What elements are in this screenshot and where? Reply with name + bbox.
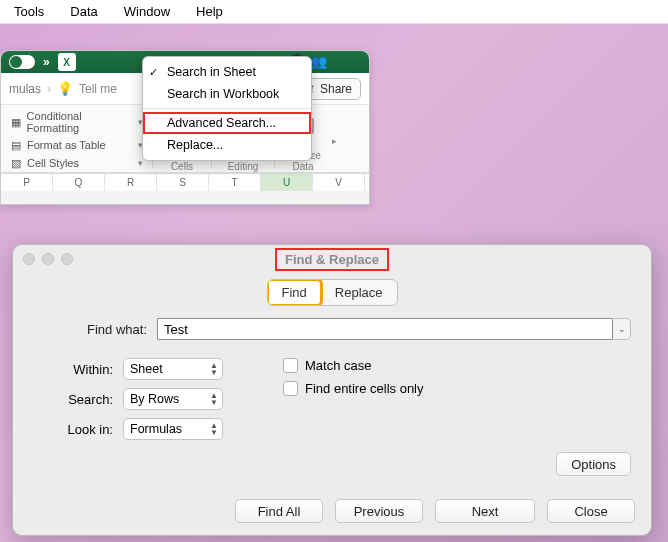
traffic-max[interactable] <box>61 253 73 265</box>
tab-find[interactable]: Find <box>268 280 321 305</box>
next-button[interactable]: Next <box>435 499 535 523</box>
search-label: Search: <box>33 392 113 407</box>
dialog-title: Find & Replace <box>275 248 389 271</box>
lookin-label: Look in: <box>33 422 113 437</box>
within-select[interactable]: Sheet▲▼ <box>123 358 223 380</box>
ribbon-group-editing: Editing <box>228 161 259 172</box>
ribbon-scroll-right-icon[interactable]: ▸ <box>328 109 340 172</box>
traffic-close[interactable] <box>23 253 35 265</box>
menu-separator <box>143 108 311 109</box>
col-header[interactable]: R <box>105 174 157 191</box>
cell-styles-button[interactable]: ▧Cell Styles▾ <box>7 155 145 171</box>
autosave-toggle[interactable] <box>9 55 35 69</box>
select-stepper-icon: ▲▼ <box>210 392 218 406</box>
menu-tools[interactable]: Tools <box>14 4 44 19</box>
col-header[interactable]: Q <box>53 174 105 191</box>
conditional-formatting-button[interactable]: ▦Conditional Formatting▾ <box>7 109 145 135</box>
within-label: Within: <box>33 362 113 377</box>
find-all-button[interactable]: Find All <box>235 499 323 523</box>
search-dropdown-menu: ✓Search in Sheet Search in Workbook Adva… <box>142 56 312 161</box>
format-as-table-button[interactable]: ▤Format as Table▾ <box>7 137 145 153</box>
dialog-titlebar: Find & Replace <box>13 245 651 273</box>
menu-search-in-workbook[interactable]: Search in Workbook <box>143 83 311 105</box>
find-what-input[interactable] <box>157 318 613 340</box>
find-what-label: Find what: <box>33 322 147 337</box>
quick-access-more-icon[interactable]: » <box>43 55 50 69</box>
find-replace-tabs: Find Replace <box>267 279 398 306</box>
options-button[interactable]: Options <box>556 452 631 476</box>
col-header[interactable]: P <box>1 174 53 191</box>
match-case-checkbox[interactable] <box>283 358 298 373</box>
col-header[interactable]: T <box>209 174 261 191</box>
column-headers: P Q R S T U V <box>1 173 369 191</box>
ribbon-group-cells: Cells <box>171 161 193 172</box>
menu-window[interactable]: Window <box>124 4 170 19</box>
entire-cells-checkbox[interactable] <box>283 381 298 396</box>
entire-cells-label: Find entire cells only <box>305 381 424 396</box>
checkmark-icon: ✓ <box>149 66 158 79</box>
tellme-bulb-icon: 💡 <box>57 81 73 96</box>
dropdown-caret-icon: ▾ <box>138 158 143 168</box>
traffic-lights <box>23 253 73 265</box>
table-icon: ▤ <box>9 138 23 152</box>
menu-search-in-sheet[interactable]: ✓Search in Sheet <box>143 61 311 83</box>
lookin-select[interactable]: Formulas▲▼ <box>123 418 223 440</box>
excel-app-icon: X <box>58 53 76 71</box>
previous-button[interactable]: Previous <box>335 499 423 523</box>
find-replace-dialog: Find & Replace Find Replace Find what: ⌄… <box>12 244 652 536</box>
menu-advanced-search[interactable]: Advanced Search... <box>143 112 311 134</box>
close-button[interactable]: Close <box>547 499 635 523</box>
share-people-icon[interactable]: 👥 <box>311 54 329 70</box>
col-header[interactable]: S <box>157 174 209 191</box>
find-what-history-caret-icon[interactable]: ⌄ <box>613 318 631 340</box>
traffic-min[interactable] <box>42 253 54 265</box>
tab-replace[interactable]: Replace <box>321 280 397 305</box>
col-header[interactable]: V <box>313 174 365 191</box>
conditional-formatting-icon: ▦ <box>9 115 23 129</box>
tellme-input[interactable]: Tell me <box>79 82 117 96</box>
ribbon-tab-formulas[interactable]: mulas <box>9 82 41 96</box>
menu-replace[interactable]: Replace... <box>143 134 311 156</box>
menu-data[interactable]: Data <box>70 4 97 19</box>
match-case-label: Match case <box>305 358 371 373</box>
cell-styles-icon: ▧ <box>9 156 23 170</box>
system-menubar: Tools Data Window Help <box>0 0 668 24</box>
menu-help[interactable]: Help <box>196 4 223 19</box>
select-stepper-icon: ▲▼ <box>210 362 218 376</box>
col-header-selected[interactable]: U <box>261 174 313 191</box>
search-select[interactable]: By Rows▲▼ <box>123 388 223 410</box>
select-stepper-icon: ▲▼ <box>210 422 218 436</box>
share-label: Share <box>320 82 352 96</box>
